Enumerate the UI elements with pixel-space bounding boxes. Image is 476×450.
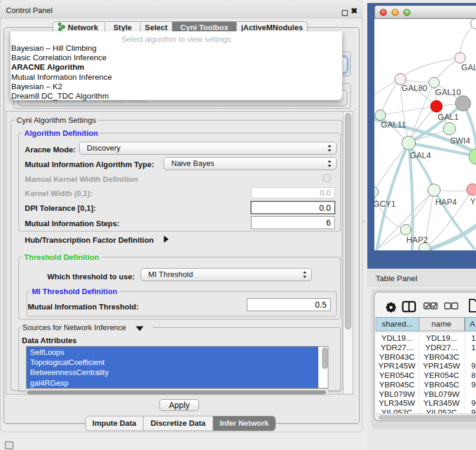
svg-text:Y: Y bbox=[470, 197, 476, 206]
svg-text:GAL80: GAL80 bbox=[402, 83, 428, 93]
svg-text:SWI4: SWI4 bbox=[450, 136, 470, 145]
svg-text:GAL10: GAL10 bbox=[435, 87, 461, 97]
svg-text:HAP4: HAP4 bbox=[435, 197, 457, 207]
svg-text:GAL: GAL bbox=[461, 63, 476, 72]
svg-text:GAL1: GAL1 bbox=[438, 112, 459, 122]
svg-text:HAP2: HAP2 bbox=[406, 235, 428, 244]
svg-text:GCY1: GCY1 bbox=[374, 199, 396, 208]
svg-text:GAL11: GAL11 bbox=[381, 120, 406, 129]
svg-text:GAL4: GAL4 bbox=[410, 151, 431, 160]
